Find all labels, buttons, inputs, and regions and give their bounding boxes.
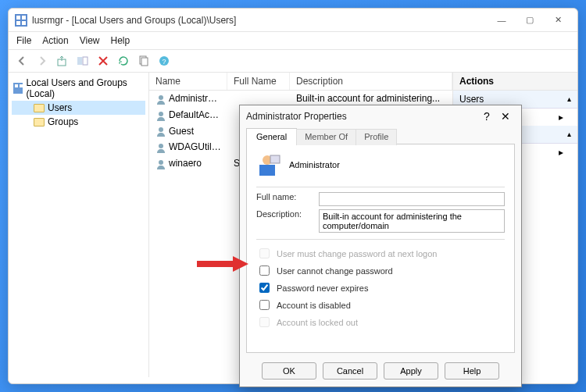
collapse-arrow-icon: ▴	[567, 94, 571, 103]
tree-node-groups[interactable]: Groups	[12, 115, 145, 129]
up-button[interactable]	[54, 52, 71, 69]
refresh-button[interactable]	[115, 52, 132, 69]
svg-point-18	[159, 144, 163, 148]
back-button[interactable]	[13, 52, 30, 69]
help-button[interactable]: Help	[445, 362, 499, 380]
svg-point-19	[159, 160, 163, 165]
close-button[interactable]: ✕	[545, 12, 571, 29]
menu-file[interactable]: File	[16, 35, 31, 46]
dialog-title: Administrator Properties	[246, 111, 477, 122]
check-disabled[interactable]: Account is disabled	[256, 298, 505, 312]
fullname-label: Full name:	[256, 192, 319, 201]
check-never-expires[interactable]: Password never expires	[256, 280, 505, 295]
menu-help[interactable]: Help	[111, 35, 130, 46]
menu-action[interactable]: Action	[42, 35, 68, 46]
svg-rect-20	[259, 165, 275, 176]
col-description[interactable]: Description	[290, 73, 452, 90]
dialog-close-button[interactable]: ✕	[496, 110, 515, 123]
user-icon	[256, 152, 281, 177]
svg-rect-9	[141, 58, 148, 66]
toolbar: ?	[9, 50, 577, 73]
apply-button[interactable]: Apply	[384, 362, 438, 380]
titlebar: lusrmgr - [Local Users and Groups (Local…	[9, 9, 577, 32]
collapse-arrow-icon: ▴	[567, 130, 571, 138]
ok-button[interactable]: OK	[262, 362, 316, 380]
svg-rect-22	[270, 155, 280, 163]
svg-rect-7	[83, 57, 88, 65]
fullname-input[interactable]	[319, 192, 505, 206]
svg-rect-6	[77, 57, 82, 65]
export-button[interactable]	[135, 52, 152, 69]
tree-label: Groups	[48, 116, 78, 127]
col-fullname[interactable]: Full Name	[227, 73, 290, 90]
cancel-button[interactable]: Cancel	[323, 362, 377, 380]
show-hide-button[interactable]	[74, 52, 91, 69]
col-name[interactable]: Name	[149, 73, 227, 90]
username-display: Administrator	[289, 160, 340, 169]
svg-text:?: ?	[162, 58, 166, 66]
actions-title: Actions	[453, 73, 577, 91]
properties-dialog: Administrator Properties ? ✕ General Mem…	[239, 105, 522, 387]
forward-button[interactable]	[34, 52, 51, 69]
tree-panel: Local Users and Groups (Local) Users Gro…	[9, 73, 149, 377]
server-icon	[13, 83, 23, 94]
menu-view[interactable]: View	[80, 35, 100, 46]
svg-point-17	[159, 127, 163, 132]
tab-memberof[interactable]: Member Of	[296, 129, 356, 145]
folder-icon	[34, 104, 45, 112]
tree-root[interactable]: Local Users and Groups (Local)	[12, 76, 145, 101]
tree-label: Users	[48, 102, 72, 113]
check-must-change: User must change password at next logon	[256, 246, 505, 261]
folder-icon	[34, 118, 45, 127]
delete-button[interactable]	[95, 52, 112, 69]
help-button[interactable]: ?	[155, 52, 173, 69]
description-input[interactable]	[319, 209, 505, 233]
svg-rect-2	[22, 16, 26, 20]
tree-node-users[interactable]: Users	[12, 101, 145, 115]
check-locked: Account is locked out	[256, 315, 505, 330]
svg-rect-4	[22, 21, 26, 25]
app-icon	[15, 14, 27, 27]
tab-general[interactable]: General	[246, 128, 297, 144]
svg-point-16	[159, 112, 163, 116]
svg-rect-1	[16, 16, 20, 20]
svg-rect-3	[16, 21, 20, 25]
check-cannot-change[interactable]: User cannot change password	[256, 263, 505, 278]
svg-point-15	[159, 95, 163, 100]
minimize-button[interactable]: —	[488, 12, 515, 29]
dialog-help-button[interactable]: ?	[477, 110, 496, 123]
svg-rect-14	[20, 84, 23, 87]
description-label: Description:	[256, 209, 319, 219]
svg-rect-13	[15, 84, 18, 87]
tab-profile[interactable]: Profile	[356, 129, 397, 145]
menubar: File Action View Help	[9, 32, 577, 50]
tree-root-label: Local Users and Groups (Local)	[26, 77, 144, 99]
maximize-button[interactable]: ▢	[516, 12, 543, 29]
window-title: lusrmgr - [Local Users and Groups (Local…	[32, 15, 488, 26]
